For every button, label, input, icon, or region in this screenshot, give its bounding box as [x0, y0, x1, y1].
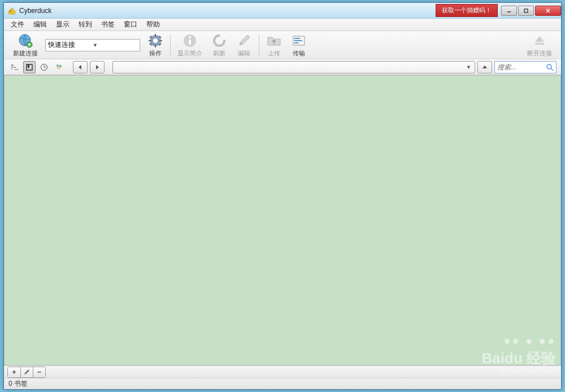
action-label: 操作: [149, 49, 162, 58]
view-bonjour-button[interactable]: [53, 61, 65, 73]
svg-rect-24: [294, 40, 302, 41]
navbar: ▼: [4, 59, 561, 75]
bottom-toolbar: + −: [4, 365, 561, 378]
window-title: Cyberduck: [19, 7, 436, 15]
app-window: Cyberduck 获取一个捐赠码！ 文件 编辑 显示 转到 书签 窗口 帮助 …: [3, 2, 562, 390]
info-icon: [182, 33, 198, 49]
pencil-icon: [236, 33, 252, 49]
chevron-down-icon: ▼: [93, 42, 137, 48]
edit-bookmark-button[interactable]: [20, 367, 33, 377]
view-history-button[interactable]: [38, 61, 50, 73]
refresh-icon: [211, 33, 227, 49]
svg-rect-32: [28, 64, 29, 68]
svg-rect-25: [294, 42, 298, 43]
svg-point-39: [547, 64, 551, 69]
menu-file[interactable]: 文件: [6, 19, 29, 31]
content-area[interactable]: [4, 75, 561, 365]
upload-button[interactable]: 上传: [262, 31, 286, 59]
pencil-icon: [24, 369, 30, 375]
view-outline-button[interactable]: [8, 61, 21, 73]
disconnect-button[interactable]: 断开连接: [523, 31, 557, 59]
add-bookmark-button[interactable]: +: [8, 367, 20, 377]
eject-icon: [532, 33, 547, 49]
menu-help[interactable]: 帮助: [142, 19, 164, 31]
svg-rect-13: [149, 40, 151, 41]
svg-rect-14: [159, 40, 162, 41]
search-icon: [546, 63, 554, 71]
toolbar-separator: [259, 34, 259, 56]
globe-plus-icon: [18, 33, 33, 49]
svg-point-0: [10, 11, 11, 12]
app-icon: [7, 6, 16, 15]
bookmark-icon: [25, 63, 33, 71]
statusbar: 0 书签: [4, 378, 561, 389]
remove-bookmark-button[interactable]: −: [33, 367, 45, 377]
refresh-label: 刷新: [213, 49, 225, 58]
gear-icon: [147, 33, 163, 49]
quick-connect-dropdown[interactable]: 快速连接 ▼: [45, 39, 140, 51]
upload-label: 上传: [268, 49, 280, 58]
triangle-right-icon: [94, 64, 100, 70]
menu-goto[interactable]: 转到: [74, 19, 97, 31]
new-connection-label: 新建连接: [13, 49, 38, 58]
chevron-down-icon: ▼: [466, 64, 471, 70]
view-bookmarks-button[interactable]: [23, 61, 36, 73]
svg-rect-26: [535, 43, 544, 45]
svg-rect-23: [294, 38, 300, 39]
edit-button[interactable]: 编辑: [232, 31, 257, 59]
svg-line-40: [551, 68, 553, 71]
donate-button[interactable]: 获取一个捐赠码！: [436, 4, 498, 17]
transfer-label: 传输: [293, 49, 305, 58]
search-input[interactable]: [497, 63, 546, 71]
triangle-up-icon: [482, 64, 488, 70]
action-button[interactable]: 操作: [143, 31, 168, 59]
nav-back-button[interactable]: [73, 61, 88, 73]
disconnect-label: 断开连接: [527, 49, 552, 58]
maximize-button[interactable]: [518, 6, 534, 16]
new-connection-button[interactable]: 新建连接: [8, 31, 42, 59]
transfer-button[interactable]: 传输: [286, 31, 311, 59]
titlebar: Cyberduck 获取一个捐赠码！: [4, 3, 561, 19]
path-dropdown[interactable]: ▼: [112, 61, 475, 73]
window-controls: [501, 6, 561, 16]
info-button[interactable]: 显示简介: [173, 31, 207, 59]
svg-point-38: [60, 65, 62, 67]
search-box[interactable]: [494, 61, 557, 73]
menu-view[interactable]: 显示: [51, 19, 74, 31]
svg-rect-2: [524, 9, 528, 12]
edit-label: 编辑: [238, 49, 250, 58]
toolbar: 新建连接 快速连接 ▼ 操作 显示简介 刷新: [4, 31, 561, 59]
bookmark-button-group: + −: [7, 367, 46, 378]
refresh-button[interactable]: 刷新: [207, 31, 232, 59]
svg-rect-21: [189, 40, 191, 45]
minimize-button[interactable]: [501, 6, 517, 16]
close-button[interactable]: [535, 6, 561, 16]
menubar: 文件 编辑 显示 转到 书签 窗口 帮助: [4, 19, 561, 31]
menu-edit[interactable]: 编辑: [29, 19, 51, 31]
info-label: 显示简介: [177, 49, 202, 58]
svg-rect-12: [155, 45, 156, 47]
toolbar-separator: [170, 34, 171, 56]
quick-connect-value: 快速连接: [48, 40, 93, 50]
bonjour-icon: [55, 63, 63, 71]
clock-icon: [40, 63, 48, 71]
svg-point-20: [189, 36, 191, 38]
status-text: 0 书签: [8, 379, 28, 389]
svg-point-37: [57, 64, 59, 66]
svg-point-10: [153, 38, 158, 43]
folder-up-icon: [266, 33, 282, 49]
menu-window[interactable]: 窗口: [119, 19, 142, 31]
nav-forward-button[interactable]: [90, 61, 105, 73]
svg-rect-11: [155, 34, 156, 37]
triangle-left-icon: [77, 64, 83, 70]
transfer-icon: [291, 33, 307, 49]
nav-up-button[interactable]: [477, 61, 492, 73]
menu-bookmarks[interactable]: 书签: [97, 19, 119, 31]
outline-icon: [11, 63, 19, 71]
